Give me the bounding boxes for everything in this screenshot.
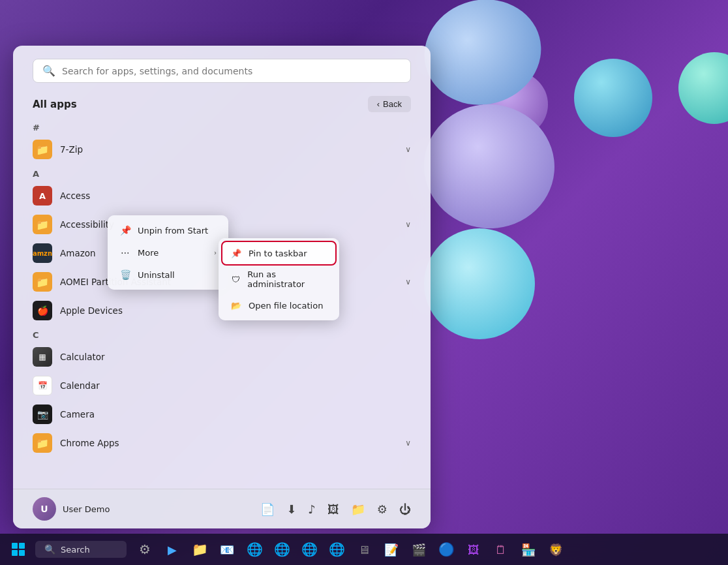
app-name-access: Access: [60, 191, 411, 201]
icon-7zip: 📁: [33, 140, 52, 159]
taskbar-search-text: Search: [61, 545, 90, 555]
chevron-aomei: ∨: [405, 277, 411, 286]
windows-logo: [12, 543, 25, 556]
search-bar[interactable]: 🔍: [33, 59, 411, 83]
submenu-pin-taskbar-label: Pin to taskbar: [249, 249, 307, 258]
taskbar-edge-beta-icon[interactable]: 🌐: [269, 536, 295, 562]
user-avatar: U: [33, 497, 56, 521]
icon-accessibility: 📁: [33, 215, 52, 234]
pin-taskbar-icon: 📌: [230, 247, 242, 259]
unpin-icon: 📌: [119, 224, 131, 236]
taskbar-edge-dev-icon[interactable]: 🌐: [296, 536, 322, 562]
context-uninstall[interactable]: 🗑️ Uninstall: [112, 264, 224, 286]
app-item-7zip[interactable]: 📁 7-Zip ∨: [26, 135, 417, 164]
taskbar-terminal-icon[interactable]: ▶: [159, 536, 185, 562]
app-name-calendar: Calendar: [60, 380, 411, 391]
taskbar-folder-icon[interactable]: 📁: [187, 536, 213, 562]
sphere-teal: [678, 52, 728, 124]
start-footer: U User Demo 📄 ⬇ ♪ 🖼 📁 ⚙️ ⏻: [13, 489, 431, 528]
heart-sphere-front: [424, 228, 535, 339]
taskbar-icons: ⚙ ▶ 📁 📧 🌐 🌐 🌐 🌐 🖥 📝 🎬 🔵 🖼 🗒 🏪 🦁: [132, 536, 569, 562]
context-menu: 📌 Unpin from Start ⋯ More › 🗑️ Uninstall: [108, 215, 228, 290]
submenu-pin-taskbar[interactable]: 📌 Pin to taskbar: [222, 242, 335, 264]
app-item-access[interactable]: A Access: [26, 181, 417, 210]
apps-title: All apps: [33, 99, 77, 110]
footer-files-icon[interactable]: 📁: [351, 502, 365, 516]
file-location-icon: 📂: [230, 299, 242, 311]
taskbar-photos-icon[interactable]: 🖼: [461, 536, 487, 562]
icon-chrome-apps: 📁: [33, 433, 52, 453]
taskbar: 🔍 Search ⚙ ▶ 📁 📧 🌐 🌐 🌐 🌐 🖥 📝 🎬 🔵 🖼 🗒 🏪 🦁: [0, 534, 728, 565]
decorative-spheres: [424, 0, 728, 526]
section-a: A: [26, 164, 417, 181]
submenu-run-admin[interactable]: 🛡 Run as administrator: [222, 264, 335, 294]
icon-amazon: amzn: [33, 243, 52, 263]
submenu-file-location[interactable]: 📂 Open file location: [222, 294, 335, 316]
taskbar-edge-can-icon[interactable]: 🌐: [324, 536, 350, 562]
footer-settings-icon[interactable]: ⚙️: [377, 502, 387, 516]
taskbar-search-icon: 🔍: [44, 544, 55, 555]
back-button[interactable]: ‹ Back: [368, 96, 411, 112]
apps-header: All apps ‹ Back: [26, 89, 417, 117]
user-info[interactable]: U User Demo: [33, 497, 110, 521]
taskbar-sticky-icon[interactable]: 🗒: [488, 536, 514, 562]
app-item-camera[interactable]: 📷 Camera: [26, 400, 417, 429]
icon-calendar: 📅: [33, 376, 52, 395]
app-item-calculator[interactable]: ▦ Calculator: [26, 343, 417, 371]
desktop: 🔍 All apps ‹ Back # 📁 7-Zip ∨ A: [0, 0, 728, 565]
icon-camera: 📷: [33, 405, 52, 424]
user-name: User Demo: [63, 504, 110, 514]
taskbar-notepad-icon[interactable]: 📝: [378, 536, 404, 562]
footer-documents-icon[interactable]: 📄: [260, 502, 275, 516]
run-admin-icon: 🛡: [230, 273, 241, 285]
taskbar-chrome-icon[interactable]: 🔵: [433, 536, 459, 562]
context-uninstall-label: Uninstall: [138, 270, 175, 280]
more-arrow-icon: ›: [214, 249, 217, 256]
footer-music-icon[interactable]: ♪: [308, 502, 316, 516]
taskbar-outlook-icon[interactable]: 📧: [214, 536, 240, 562]
context-more[interactable]: ⋯ More ›: [112, 241, 224, 264]
taskbar-remote-icon[interactable]: 🖥: [351, 536, 377, 562]
context-unpin[interactable]: 📌 Unpin from Start: [112, 219, 224, 241]
section-c: C: [26, 325, 417, 343]
submenu-file-location-label: Open file location: [249, 301, 323, 311]
sphere-cyan-top: [574, 59, 652, 137]
taskbar-store-icon[interactable]: 🏪: [515, 536, 541, 562]
footer-pictures-icon[interactable]: 🖼: [327, 502, 339, 516]
uninstall-icon: 🗑️: [119, 269, 131, 281]
taskbar-search[interactable]: 🔍 Search: [35, 541, 127, 558]
footer-power-icon[interactable]: ⏻: [399, 502, 411, 516]
more-icon: ⋯: [119, 247, 131, 258]
chevron-accessibility: ∨: [405, 220, 411, 229]
taskbar-edge-icon[interactable]: 🌐: [241, 536, 267, 562]
taskbar-settings-icon[interactable]: ⚙: [132, 536, 158, 562]
chevron-7zip: ∨: [405, 145, 411, 154]
icon-aomei: 📁: [33, 272, 52, 292]
search-icon: 🔍: [42, 65, 55, 77]
app-item-chrome-apps[interactable]: 📁 Chrome Apps ∨: [26, 429, 417, 457]
submenu: 📌 Pin to taskbar 🛡 Run as administrator …: [219, 238, 339, 320]
footer-downloads-icon[interactable]: ⬇: [286, 502, 296, 516]
icon-apple-devices: 🍎: [33, 301, 52, 320]
search-input[interactable]: [62, 66, 401, 76]
context-unpin-label: Unpin from Start: [138, 226, 208, 236]
icon-calculator: ▦: [33, 347, 52, 367]
app-name-camera: Camera: [60, 409, 411, 420]
app-item-calendar[interactable]: 📅 Calendar: [26, 371, 417, 400]
submenu-run-admin-label: Run as administrator: [247, 269, 327, 289]
taskbar-clipchamp-icon[interactable]: 🎬: [406, 536, 432, 562]
taskbar-brave-icon[interactable]: 🦁: [543, 536, 569, 562]
back-chevron: ‹: [377, 99, 380, 109]
footer-icons: 📄 ⬇ ♪ 🖼 📁 ⚙️ ⏻: [260, 502, 411, 516]
start-button[interactable]: [7, 538, 30, 561]
app-name-calculator: Calculator: [60, 352, 411, 362]
icon-access: A: [33, 186, 52, 206]
app-name-chrome-apps: Chrome Apps: [60, 438, 405, 448]
section-hash: #: [26, 117, 417, 135]
context-more-label: More: [138, 248, 159, 258]
app-name-7zip: 7-Zip: [60, 144, 405, 155]
user-initials: U: [40, 504, 48, 514]
chevron-chrome-apps: ∨: [405, 438, 411, 448]
